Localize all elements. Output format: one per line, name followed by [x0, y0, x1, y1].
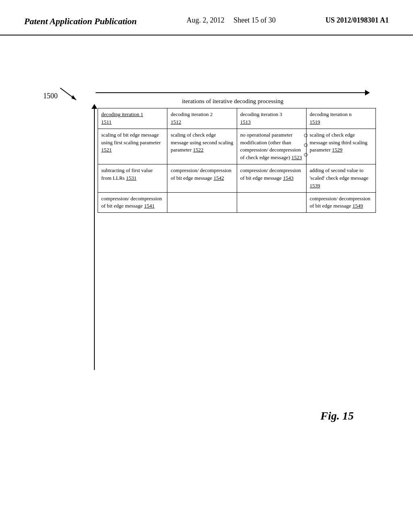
- diagram-table-wrapper: decoding iteration 11511 decoding iterat…: [98, 108, 376, 213]
- table-row-2: subtracting of first value from LLRs 153…: [98, 164, 376, 193]
- iterations-label: iterations of iterative decoding process…: [96, 98, 370, 105]
- diagram-container: 1500 iterations of iterative decoding pr…: [35, 68, 378, 430]
- col3-row3: [237, 192, 306, 213]
- label-1500-text: 1500: [43, 92, 58, 100]
- table-row-3: compression/ decompression of bit edge m…: [98, 192, 376, 213]
- col4-row2: adding of second value to 'scaled' check…: [306, 164, 375, 193]
- col1-row2: subtracting of first value from LLRs 153…: [98, 164, 167, 193]
- ellipsis-dots: ○○○: [303, 130, 308, 159]
- vertical-arrow: [92, 104, 97, 370]
- iterations-arrow: iterations of iterative decoding process…: [96, 90, 370, 105]
- col3-header: decoding iteration 31513: [237, 108, 306, 129]
- page-header: Patent Application Publication Aug. 2, 2…: [0, 0, 413, 35]
- table-row-1: scaling of bit edge message using first …: [98, 129, 376, 164]
- col4-row1: scaling of check edge message using thir…: [306, 129, 375, 164]
- col3-row1: no operational parameter modification (o…: [237, 129, 306, 164]
- col4-row3: compression/ decompression of bit edge m…: [306, 192, 375, 213]
- col3-row2: compression/ decompression of bit edge m…: [237, 164, 306, 193]
- col1-header-text: decoding iteration 11511: [101, 111, 143, 125]
- main-content: 1500 iterations of iterative decoding pr…: [0, 35, 413, 447]
- col2-header: decoding iteration 21512: [167, 108, 237, 129]
- col1-row1: scaling of bit edge message using first …: [98, 129, 167, 164]
- col1-header: decoding iteration 11511: [98, 108, 167, 129]
- col2-row1: scaling of check edge message using seco…: [167, 129, 237, 164]
- svg-marker-1: [71, 95, 76, 100]
- col2-row3: [167, 192, 237, 213]
- table-header-row: decoding iteration 11511 decoding iterat…: [98, 108, 376, 129]
- patent-number: US 2012/0198301 A1: [325, 16, 389, 25]
- col4-header: decoding iteration n1519: [306, 108, 375, 129]
- publication-title: Patent Application Publication: [24, 16, 137, 27]
- fig-label: Fig. 15: [321, 409, 354, 422]
- sheet-info: Sheet 15 of 30: [234, 16, 275, 24]
- col1-row3: compression/ decompression of bit edge m…: [98, 192, 167, 213]
- label-1500: 1500: [43, 88, 80, 104]
- pub-date: Aug. 2, 2012: [187, 16, 225, 24]
- arrow-1500-icon: [60, 88, 80, 104]
- col2-row2: compression/ decompression of bit edge m…: [167, 164, 237, 193]
- header-date-sheet: Aug. 2, 2012 Sheet 15 of 30: [187, 16, 276, 25]
